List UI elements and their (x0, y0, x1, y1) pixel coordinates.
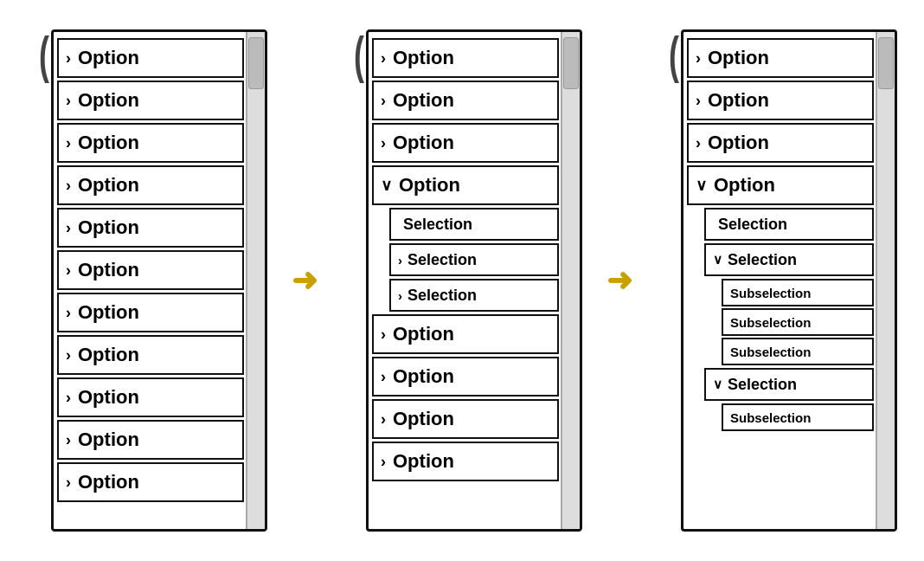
panel-wrapper-2: ( ›Option ›Option ›Option ∨Option Select… (342, 29, 582, 532)
list-item[interactable]: ›Option (687, 38, 874, 78)
scroll-panel-1: ›Option ›Option ›Option ›Option ›Option … (51, 29, 267, 532)
scroll-panel-3: ›Option ›Option ›Option ∨Option Selectio… (681, 29, 897, 532)
item-label: Option (78, 386, 139, 409)
subsub-item-label: Subselection (730, 410, 811, 425)
chevron-icon: › (66, 304, 71, 322)
item-label: Option (393, 323, 454, 345)
scroll-panel-2: ›Option ›Option ›Option ∨Option Selectio… (366, 29, 582, 532)
item-label: Option (393, 89, 454, 112)
list-item[interactable]: ›Option (57, 81, 244, 120)
panel-content-3: ›Option ›Option ›Option ∨Option Selectio… (683, 32, 895, 436)
curl-symbol-3: ( (669, 29, 679, 81)
chevron-down-icon: ∨ (696, 176, 707, 195)
item-label: Option (78, 471, 139, 493)
subsub-item[interactable]: Subselection (722, 308, 874, 336)
sub-item-label: Selection (403, 216, 472, 234)
panel-content-1: ›Option ›Option ›Option ›Option ›Option … (54, 32, 265, 508)
arrow-2: ➜ (606, 262, 632, 299)
list-item[interactable]: ›Option (57, 38, 244, 78)
item-label: Option (393, 47, 454, 69)
list-item[interactable]: ›Option (57, 165, 244, 205)
item-label: Option (714, 174, 775, 197)
list-item[interactable]: ›Option (57, 420, 244, 460)
chevron-icon: › (381, 49, 386, 68)
list-item[interactable]: ›Option (57, 377, 244, 417)
scrollbar-3[interactable] (876, 32, 895, 529)
chevron-down-icon: ∨ (381, 176, 392, 195)
chevron-icon: › (66, 92, 71, 110)
chevron-icon: › (66, 134, 71, 152)
item-label: Option (708, 89, 769, 112)
item-label: Option (708, 132, 769, 154)
chevron-icon: › (66, 474, 71, 492)
chevron-icon: › (66, 346, 71, 364)
chevron-right-icon: › (398, 288, 402, 303)
list-item[interactable]: ›Option (372, 442, 559, 481)
item-label: Option (78, 301, 139, 324)
sub-item[interactable]: Selection (704, 208, 874, 241)
curl-symbol-2: ( (354, 29, 364, 81)
list-item[interactable]: ›Option (57, 250, 244, 290)
chevron-icon: › (381, 410, 386, 429)
item-label: Option (393, 408, 454, 430)
item-label: Option (708, 47, 769, 69)
item-label: Option (393, 450, 454, 473)
list-item[interactable]: ›Option (372, 123, 559, 163)
list-item[interactable]: ›Option (57, 335, 244, 375)
panel-wrapper-3: ( ›Option ›Option ›Option ∨Option Select… (657, 29, 897, 532)
scrollbar-2[interactable] (561, 32, 580, 529)
sub-item[interactable]: Selection (389, 208, 559, 241)
sub-item-expanded[interactable]: ∨Selection (704, 243, 874, 276)
list-item[interactable]: ›Option (372, 357, 559, 397)
chevron-icon: › (381, 134, 386, 152)
item-label: Option (78, 259, 139, 281)
list-item-expanded[interactable]: ∨Option (372, 165, 559, 205)
subsub-item[interactable]: Subselection (722, 279, 874, 306)
scroll-thumb-3[interactable] (878, 37, 894, 89)
left-curl-3: ( (657, 29, 683, 81)
chevron-icon: › (66, 389, 71, 407)
sub-item[interactable]: ›Selection (389, 279, 559, 312)
list-item[interactable]: ›Option (372, 81, 559, 120)
list-item-expanded[interactable]: ∨Option (687, 165, 874, 205)
list-item[interactable]: ›Option (57, 293, 244, 332)
item-label: Option (78, 429, 139, 451)
sub-item-expanded-2[interactable]: ∨Selection (704, 368, 874, 401)
sub-item-label: Selection (407, 287, 477, 305)
subsub-item[interactable]: Subselection (722, 403, 874, 431)
chevron-icon: › (381, 368, 386, 386)
sub-item-label: Selection (728, 376, 797, 394)
list-item[interactable]: ›Option (372, 38, 559, 78)
sub-item-label: Selection (728, 251, 797, 269)
curl-symbol-1: ( (39, 29, 49, 81)
chevron-down-icon: ∨ (713, 377, 722, 392)
list-item[interactable]: ›Option (57, 123, 244, 163)
item-label: Option (393, 132, 454, 154)
scrollbar-1[interactable] (246, 32, 265, 529)
chevron-icon: › (66, 177, 71, 195)
scroll-thumb-2[interactable] (563, 37, 579, 89)
chevron-down-icon: ∨ (713, 252, 722, 268)
chevron-icon: › (696, 49, 701, 68)
scroll-thumb-1[interactable] (248, 37, 264, 89)
list-item[interactable]: ›Option (687, 81, 874, 120)
item-label: Option (78, 47, 139, 69)
left-curl-1: ( (27, 29, 53, 81)
chevron-icon: › (696, 92, 701, 110)
subsub-item-label: Subselection (730, 345, 811, 359)
panel-wrapper-1: ( ›Option ›Option ›Option ›Option ›Optio… (27, 29, 267, 532)
sub-item[interactable]: ›Selection (389, 243, 559, 276)
item-label: Option (78, 89, 139, 112)
subsub-item[interactable]: Subselection (722, 338, 874, 365)
chevron-icon: › (381, 453, 386, 471)
scene: ( ›Option ›Option ›Option ›Option ›Optio… (10, 12, 914, 549)
list-item[interactable]: ›Option (372, 314, 559, 354)
item-label: Option (393, 365, 454, 388)
item-label: Option (78, 174, 139, 197)
list-item[interactable]: ›Option (372, 399, 559, 439)
list-item[interactable]: ›Option (57, 208, 244, 248)
list-item[interactable]: ›Option (687, 123, 874, 163)
chevron-icon: › (696, 134, 701, 152)
list-item[interactable]: ›Option (57, 462, 244, 502)
left-curl-2: ( (342, 29, 368, 81)
